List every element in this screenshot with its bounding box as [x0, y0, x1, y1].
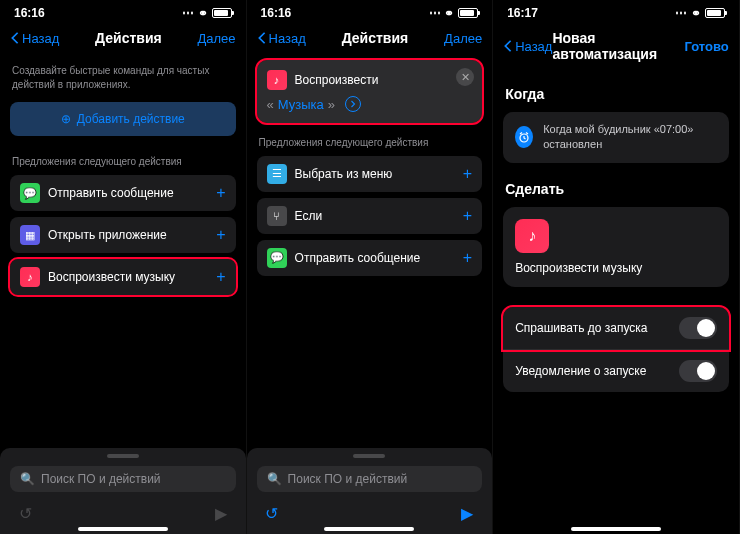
when-header: Когда: [505, 86, 727, 102]
action-title: Воспроизвести: [295, 73, 379, 87]
suggestion-label: Выбрать из меню: [295, 167, 455, 181]
nav-title: Действия: [95, 30, 162, 46]
message-icon: 💬: [20, 183, 40, 203]
bottom-sheet[interactable]: 🔍 Поиск ПО и действий ↺ ▶: [247, 448, 493, 534]
toggle-ask-before-run[interactable]: Спрашивать до запуска: [503, 307, 729, 350]
plus-icon[interactable]: +: [216, 184, 225, 202]
nav-back-button[interactable]: Назад: [503, 39, 552, 54]
status-time: 16:16: [14, 6, 45, 20]
sheet-footer: ↺ ▶: [257, 502, 483, 524]
action-card-play[interactable]: ✕ ♪ Воспроизвести « Музыка »: [257, 60, 483, 123]
undo-icon[interactable]: ↺: [261, 502, 283, 524]
search-input[interactable]: 🔍 Поиск ПО и действий: [257, 466, 483, 492]
suggestions-header: Предложения следующего действия: [259, 137, 481, 148]
search-placeholder: Поиск ПО и действий: [41, 472, 161, 486]
phone-pane-1: 16:16 ⋯ ⚭ Назад Действия Далее Создавайт…: [0, 0, 247, 534]
connectivity-icon: ⋯ ⚭: [182, 6, 207, 20]
music-icon: ♪: [20, 267, 40, 287]
action-token[interactable]: « Музыка »: [267, 96, 361, 112]
content: Когда Когда мой будильник «07:00» остано…: [493, 70, 739, 534]
nav-next-button[interactable]: Далее: [198, 31, 236, 46]
add-action-label: Добавить действие: [77, 112, 185, 126]
battery-icon: [705, 8, 725, 18]
suggestion-row-if[interactable]: ⑂ Если +: [257, 198, 483, 234]
quote-close: »: [328, 97, 335, 112]
do-header: Сделать: [505, 181, 727, 197]
nav-title: Действия: [342, 30, 409, 46]
nav-next-button[interactable]: Далее: [444, 31, 482, 46]
status-time: 16:16: [261, 6, 292, 20]
suggestion-label: Открыть приложение: [48, 228, 208, 242]
suggestion-row-menu[interactable]: ☰ Выбрать из меню +: [257, 156, 483, 192]
toggle-switch[interactable]: [679, 360, 717, 382]
toggle-notify-on-run[interactable]: Уведомление о запуске: [503, 350, 729, 392]
alarm-icon: [515, 126, 533, 148]
play-icon[interactable]: ▶: [456, 502, 478, 524]
suggestion-row-message[interactable]: 💬 Отправить сообщение +: [257, 240, 483, 276]
nav-bar: Назад Действия Далее: [247, 22, 493, 54]
when-text: Когда мой будильник «07:00» остановлен: [543, 122, 717, 153]
status-right: ⋯ ⚭: [429, 6, 478, 20]
chevron-left-icon: [10, 31, 20, 45]
action-param[interactable]: Музыка: [278, 97, 324, 112]
plus-icon[interactable]: +: [463, 207, 472, 225]
add-action-button[interactable]: ⊕ Добавить действие: [10, 102, 236, 136]
sheet-footer: ↺ ▶: [10, 502, 236, 524]
nav-back-label: Назад: [22, 31, 59, 46]
toggle-switch[interactable]: [679, 317, 717, 339]
do-label: Воспроизвести музыку: [515, 261, 717, 275]
status-bar: 16:16 ⋯ ⚭: [247, 0, 493, 22]
plus-icon[interactable]: +: [216, 268, 225, 286]
suggestion-label: Отправить сообщение: [48, 186, 208, 200]
suggestion-label: Если: [295, 209, 455, 223]
when-card[interactable]: Когда мой будильник «07:00» остановлен: [503, 112, 729, 163]
nav-done-button[interactable]: Готово: [685, 39, 729, 54]
bottom-sheet[interactable]: 🔍 Поиск ПО и действий ↺ ▶: [0, 448, 246, 534]
home-indicator[interactable]: [324, 527, 414, 531]
phone-pane-3: 16:17 ⋯ ⚭ Назад Новая автоматизация Гото…: [493, 0, 740, 534]
battery-icon: [458, 8, 478, 18]
connectivity-icon: ⋯ ⚭: [429, 6, 454, 20]
plus-icon[interactable]: +: [463, 249, 472, 267]
search-icon: 🔍: [267, 472, 282, 486]
plus-icon[interactable]: +: [216, 226, 225, 244]
home-indicator[interactable]: [78, 527, 168, 531]
music-icon: ♪: [267, 70, 287, 90]
chevron-left-icon: [257, 31, 267, 45]
expand-icon[interactable]: [345, 96, 361, 112]
search-placeholder: Поиск ПО и действий: [288, 472, 408, 486]
search-icon: 🔍: [20, 472, 35, 486]
suggestion-row-app[interactable]: ▦ Открыть приложение +: [10, 217, 236, 253]
chevron-left-icon: [503, 39, 513, 53]
status-bar: 16:17 ⋯ ⚭: [493, 0, 739, 22]
search-input[interactable]: 🔍 Поиск ПО и действий: [10, 466, 236, 492]
nav-back-label: Назад: [269, 31, 306, 46]
toggle-label: Спрашивать до запуска: [515, 321, 647, 335]
status-bar: 16:16 ⋯ ⚭: [0, 0, 246, 22]
toggle-label: Уведомление о запуске: [515, 364, 646, 378]
suggestion-row-music[interactable]: ♪ Воспроизвести музыку +: [10, 259, 236, 295]
subtitle-text: Создавайте быстрые команды для частых де…: [12, 64, 234, 92]
status-right: ⋯ ⚭: [675, 6, 724, 20]
nav-back-button[interactable]: Назад: [10, 31, 59, 46]
do-card[interactable]: ♪ Воспроизвести музыку: [503, 207, 729, 287]
suggestion-row-message[interactable]: 💬 Отправить сообщение +: [10, 175, 236, 211]
status-time: 16:17: [507, 6, 538, 20]
plus-icon[interactable]: +: [463, 165, 472, 183]
nav-title: Новая автоматизация: [552, 30, 684, 62]
battery-icon: [212, 8, 232, 18]
nav-bar: Назад Новая автоматизация Готово: [493, 22, 739, 70]
nav-back-button[interactable]: Назад: [257, 31, 306, 46]
sheet-handle[interactable]: [107, 454, 139, 458]
suggestions-header: Предложения следующего действия: [12, 156, 234, 167]
suggestion-label: Воспроизвести музыку: [48, 270, 208, 284]
plus-circle-icon: ⊕: [61, 112, 71, 126]
home-indicator[interactable]: [571, 527, 661, 531]
play-icon[interactable]: ▶: [210, 502, 232, 524]
undo-icon[interactable]: ↺: [14, 502, 36, 524]
music-icon: ♪: [515, 219, 549, 253]
app-icon: ▦: [20, 225, 40, 245]
sheet-handle[interactable]: [353, 454, 385, 458]
quote-open: «: [267, 97, 274, 112]
menu-icon: ☰: [267, 164, 287, 184]
